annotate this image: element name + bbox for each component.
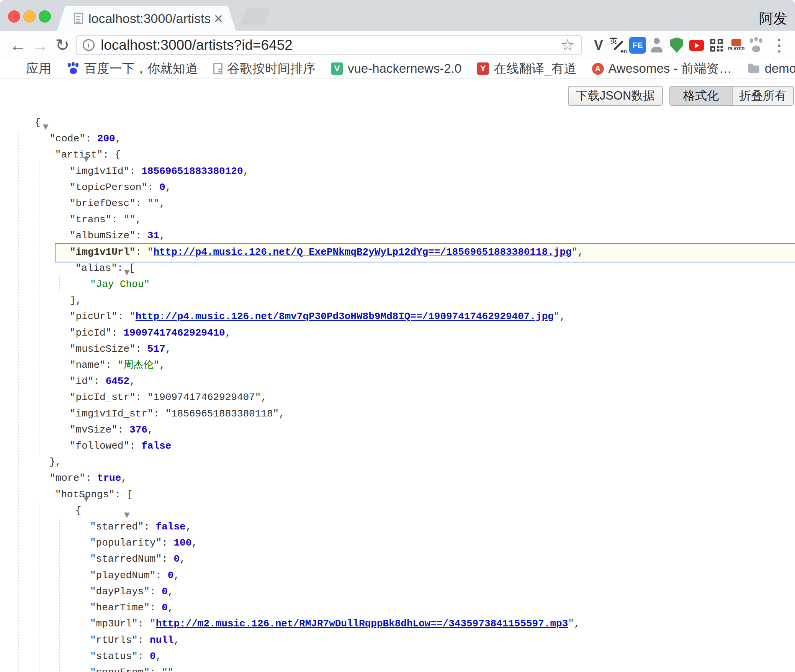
json-comma: , [159, 198, 165, 209]
json-string-value: "19097417462929407" [147, 392, 261, 403]
json-quote: " [129, 311, 136, 322]
apps-grid-icon [8, 62, 21, 75]
shield-extension-icon[interactable] [667, 36, 686, 54]
new-tab-button[interactable] [241, 8, 270, 25]
json-line: "followed": false [0, 438, 795, 454]
json-comma: , [168, 586, 174, 597]
json-bracket: [ [127, 489, 133, 500]
json-comma: , [261, 392, 267, 403]
json-line: "more": true, [0, 470, 795, 486]
bookmark-label: demo [765, 61, 795, 76]
bookmark-item[interactable]: 应用 [8, 60, 51, 77]
fehelper-extension-icon[interactable]: FE [629, 37, 646, 54]
json-comma: , [559, 311, 566, 322]
v-extension-icon[interactable]: V [589, 36, 608, 54]
extension-glyph: V [594, 37, 603, 53]
json-url-link[interactable]: http://m2.music.126.net/RMJR7wDullRqppBk… [156, 618, 568, 629]
tab-strip: localhost:3000/artists?id=645 × 阿发 [0, 0, 795, 31]
json-key: "code" [49, 133, 85, 144]
bookmark-item[interactable]: Y在线翻译_有道 [477, 60, 576, 77]
json-colon: : [111, 327, 123, 339]
json-quote: " [554, 311, 560, 322]
back-icon[interactable]: ← [7, 37, 29, 54]
json-key: "hearTime" [90, 602, 150, 613]
json-colon: : [144, 521, 155, 533]
json-colon: : [136, 246, 147, 258]
json-number-value: 6452 [106, 375, 129, 387]
json-url-link[interactable]: http://p4.music.126.net/8mv7qP30Pd3oHW8b… [136, 311, 554, 322]
json-line: "albumSize": 31, [0, 228, 795, 244]
folder-icon [747, 62, 760, 75]
json-comma: , [186, 521, 192, 533]
translate-pen-extension-icon[interactable]: 英en [609, 36, 628, 54]
json-line: ▼"artist": { [0, 147, 795, 163]
json-colon: : [111, 214, 123, 225]
json-number-value: 31 [147, 230, 159, 241]
collapse-toggle-icon[interactable]: ▼ [43, 122, 49, 131]
page-favicon-icon [74, 13, 83, 24]
profile-extension-icon[interactable] [648, 36, 666, 54]
json-line: "briefDesc": "", [0, 195, 795, 211]
json-key: "playedNum" [90, 570, 156, 581]
json-bracket: { [75, 505, 82, 516]
json-line: "mvSize": 376, [0, 422, 795, 438]
json-comma: , [173, 667, 180, 672]
json-key: "alias" [75, 262, 117, 274]
json-colon: : [129, 440, 141, 452]
bookmark-item[interactable]: AAwesomes - 前端资… [592, 60, 732, 77]
bookmark-item[interactable]: Vvue-hackernews-2.0 [331, 61, 461, 76]
bookmark-label: 百度一下，你就知道 [84, 60, 198, 77]
reload-icon[interactable]: ↻ [51, 37, 74, 54]
json-key: "name" [70, 359, 106, 371]
json-line: "picUrl": "http://p4.music.126.net/8mv7q… [0, 308, 795, 325]
paw-extension-icon[interactable] [747, 36, 766, 54]
browser-tab[interactable]: localhost:3000/artists?id=645 × [57, 6, 236, 31]
json-bracket: { [115, 149, 121, 161]
json-comma: , [574, 618, 580, 629]
json-colon: : [147, 182, 159, 193]
json-comma: , [136, 214, 142, 225]
json-string-value: "周杰伦" [118, 359, 159, 371]
json-key: "picId" [70, 327, 111, 339]
minimize-window-button[interactable] [23, 10, 36, 23]
site-info-icon[interactable]: i [83, 39, 95, 51]
json-key: "copyFrom" [90, 667, 150, 672]
bookmark-label: vue-hackernews-2.0 [348, 61, 461, 76]
player-extension-icon[interactable]: PLAYER [727, 36, 746, 54]
json-number-value: 0 [162, 586, 168, 597]
json-colon: : [136, 343, 147, 355]
bookmark-item[interactable]: 谷歌按时间排序 [213, 60, 316, 77]
json-boolean-value: true [97, 472, 121, 484]
profile-name[interactable]: 阿发 [759, 9, 787, 28]
json-bracket: [ [129, 262, 135, 274]
bookmark-star-icon[interactable]: ☆ [560, 37, 575, 53]
json-comma: , [173, 570, 180, 581]
json-colon: : [118, 424, 129, 436]
json-key: "albumSize" [70, 230, 136, 241]
json-comma: , [180, 553, 186, 565]
youtube-extension-icon[interactable] [687, 36, 706, 54]
bookmark-item[interactable]: demo [747, 61, 795, 76]
close-window-button[interactable] [8, 10, 20, 23]
window-controls [8, 10, 51, 23]
json-colon: : [85, 133, 97, 144]
json-comma: , [115, 133, 121, 144]
collapse-toggle-icon[interactable]: ▼ [124, 510, 130, 519]
json-comma: , [577, 246, 584, 258]
json-colon: : [162, 537, 173, 549]
json-key: "more" [49, 472, 85, 484]
qrcode-extension-icon[interactable] [707, 36, 726, 54]
json-key: "artist" [55, 149, 103, 161]
fullscreen-window-button[interactable] [39, 10, 51, 23]
tab-close-icon[interactable]: × [214, 11, 223, 26]
bookmark-item[interactable]: 百度一下，你就知道 [67, 60, 198, 77]
json-url-link[interactable]: http://p4.music.126.net/Q_ExePNkmqB2yWyL… [153, 246, 571, 258]
url-text[interactable]: localhost:3000/artists?id=6452 [101, 37, 556, 53]
address-bar[interactable]: i localhost:3000/artists?id=6452 ☆ [76, 35, 582, 55]
json-line: "code": 200, [0, 131, 795, 147]
json-colon: : [136, 198, 147, 209]
forward-icon: → [29, 37, 51, 54]
browser-menu-icon[interactable]: ⋮ [771, 35, 785, 55]
json-bracket: { [35, 117, 41, 128]
tab-title: localhost:3000/artists?id=645 [88, 11, 210, 26]
